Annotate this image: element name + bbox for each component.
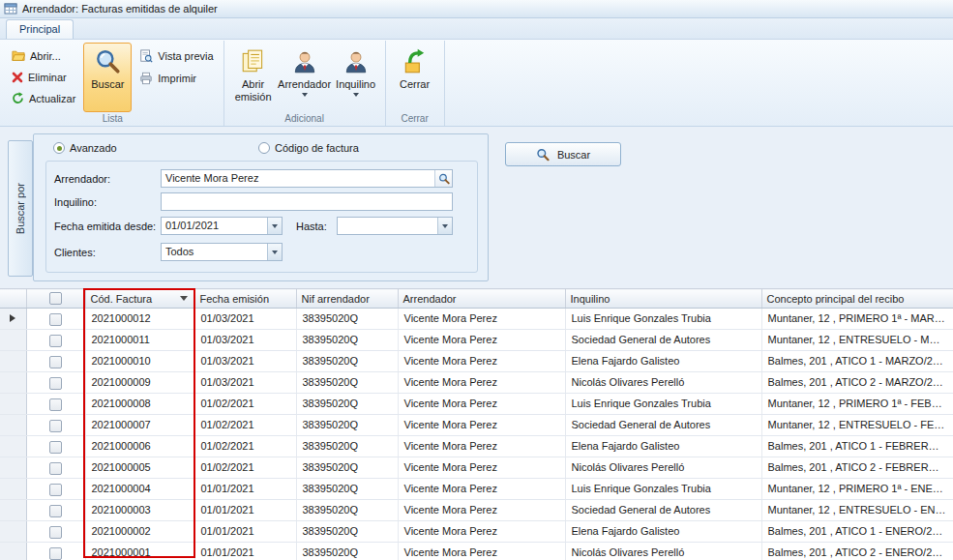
grid-cell-cod-factura[interactable]: 2021000011 — [85, 330, 194, 351]
table-row[interactable]: 202100000101/01/202138395020QVicente Mor… — [0, 543, 953, 560]
grid-cell-arrendador[interactable]: Vicente Mora Perez — [398, 309, 565, 330]
table-row[interactable]: 202100000301/01/202138395020QVicente Mor… — [0, 500, 953, 521]
grid-cell-arrendador[interactable]: Vicente Mora Perez — [398, 415, 565, 436]
column-header-inquilino[interactable]: Inquilino — [565, 289, 761, 309]
row-checkbox[interactable] — [49, 420, 62, 432]
grid-cell-nif-arrendador[interactable]: 38395020Q — [296, 436, 398, 457]
imprimir-button[interactable]: Imprimir — [134, 70, 218, 87]
select-all-checkbox[interactable] — [49, 292, 62, 305]
grid-cell-cod-factura[interactable]: 2021000002 — [85, 521, 194, 543]
grid-cell-nif-arrendador[interactable]: 38395020Q — [296, 543, 398, 560]
grid-cell-inquilino[interactable]: Sociedad General de Autores — [565, 330, 761, 351]
grid-cell-fecha-emision[interactable]: 01/03/2021 — [194, 351, 296, 372]
grid-cell-cod-factura[interactable]: 2021000006 — [85, 436, 194, 457]
grid-cell-concepto[interactable]: Balmes, 201 , ATICO 1 - MARZO/2021 — [761, 351, 953, 372]
grid-cell-fecha-emision[interactable]: 01/01/2021 — [194, 479, 296, 500]
arrendador-menu-button[interactable]: Arrendador — [281, 43, 329, 112]
inquilino-input[interactable] — [161, 192, 453, 211]
chevron-down-icon[interactable] — [267, 244, 282, 260]
grid-cell-inquilino[interactable]: Sociedad General de Autores — [565, 415, 761, 436]
table-row[interactable]: 202100001001/03/202138395020QVicente Mor… — [0, 351, 953, 372]
grid-cell-fecha-emision[interactable]: 01/02/2021 — [194, 415, 296, 436]
tab-principal[interactable]: Principal — [6, 19, 74, 39]
grid-cell-cod-factura[interactable]: 2021000005 — [85, 457, 194, 479]
grid-cell-nif-arrendador[interactable]: 38395020Q — [296, 521, 398, 543]
grid-cell-inquilino[interactable]: Sociedad General de Autores — [565, 500, 761, 521]
grid-cell-concepto[interactable]: Muntaner, 12 , ENTRESUELO - FEBRE... — [761, 415, 953, 436]
grid-cell-arrendador[interactable]: Vicente Mora Perez — [398, 457, 565, 479]
arrendador-input[interactable]: Vicente Mora Perez — [161, 169, 453, 188]
grid-cell-cod-factura[interactable]: 2021000007 — [85, 415, 194, 436]
cerrar-button[interactable]: Cerrar — [391, 43, 439, 112]
grid-cell-nif-arrendador[interactable]: 38395020Q — [296, 330, 398, 351]
grid-cell-inquilino[interactable]: Elena Fajardo Galisteo — [565, 521, 761, 543]
grid-cell-fecha-emision[interactable]: 01/02/2021 — [194, 436, 296, 457]
radio-avanzado[interactable]: Avanzado — [53, 142, 117, 154]
grid-cell-inquilino[interactable]: Nicolás Olivares Perelló — [565, 372, 761, 394]
grid-cell-concepto[interactable]: Balmes, 201 , ATICO 2 - MARZO/2021 — [761, 372, 953, 394]
grid-cell-fecha-emision[interactable]: 01/02/2021 — [194, 394, 296, 415]
table-row[interactable]: 202100000601/02/202138395020QVicente Mor… — [0, 436, 953, 457]
grid-cell-concepto[interactable]: Balmes, 201 , ATICO 1 - FEBRERO/20... — [761, 436, 953, 457]
grid-cell-inquilino[interactable]: Luis Enrique Gonzales Trubia — [565, 309, 761, 330]
grid-cell-concepto[interactable]: Balmes, 201 , ATICO 2 - ENERO/2021 — [761, 543, 953, 560]
grid-cell-nif-arrendador[interactable]: 38395020Q — [296, 372, 398, 394]
grid-cell-nif-arrendador[interactable]: 38395020Q — [296, 309, 398, 330]
actualizar-button[interactable]: Actualizar — [7, 90, 80, 106]
grid-cell-arrendador[interactable]: Vicente Mora Perez — [398, 394, 565, 415]
table-row[interactable]: 202100000501/02/202138395020QVicente Mor… — [0, 457, 953, 479]
eliminar-button[interactable]: Eliminar — [7, 70, 80, 85]
row-checkbox[interactable] — [49, 398, 62, 411]
grid-cell-concepto[interactable]: Muntaner, 12 , ENTRESUELO - ENER... — [761, 500, 953, 521]
grid-cell-fecha-emision[interactable]: 01/03/2021 — [194, 309, 296, 330]
grid-cell-nif-arrendador[interactable]: 38395020Q — [296, 394, 398, 415]
lookup-search-icon[interactable] — [434, 170, 452, 187]
grid-cell-inquilino[interactable]: Nicolás Olivares Perelló — [565, 543, 761, 560]
row-checkbox[interactable] — [49, 356, 62, 368]
chevron-down-icon[interactable] — [267, 218, 282, 234]
column-header-fecha-emision[interactable]: Fecha emisión — [194, 289, 296, 309]
grid-cell-fecha-emision[interactable]: 01/01/2021 — [194, 543, 296, 560]
table-row[interactable]: 202100001101/03/202138395020QVicente Mor… — [0, 330, 953, 351]
grid-cell-concepto[interactable]: Muntaner, 12 , ENTRESUELO - MARZ... — [761, 330, 953, 351]
table-row[interactable]: 202100001201/03/202138395020QVicente Mor… — [0, 309, 953, 330]
grid-cell-nif-arrendador[interactable]: 38395020Q — [296, 351, 398, 372]
fecha-desde-combo[interactable]: 01/01/2021 — [161, 217, 283, 235]
grid-cell-nif-arrendador[interactable]: 38395020Q — [296, 457, 398, 479]
grid-cell-nif-arrendador[interactable]: 38395020Q — [296, 415, 398, 436]
grid-cell-concepto[interactable]: Muntaner, 12 , PRIMERO 1ª - FEBRE... — [761, 394, 953, 415]
row-checkbox[interactable] — [49, 505, 62, 517]
grid-cell-cod-factura[interactable]: 2021000004 — [85, 479, 194, 500]
grid-cell-arrendador[interactable]: Vicente Mora Perez — [398, 351, 565, 372]
grid-cell-cod-factura[interactable]: 2021000009 — [85, 372, 194, 394]
grid-cell-cod-factura[interactable]: 2021000001 — [85, 543, 194, 560]
clientes-combo[interactable]: Todos — [161, 243, 283, 261]
chevron-down-icon[interactable] — [437, 218, 452, 234]
grid-cell-arrendador[interactable]: Vicente Mora Perez — [398, 372, 565, 394]
checkbox-column-header[interactable] — [26, 289, 85, 309]
row-checkbox[interactable] — [49, 547, 62, 560]
row-checkbox[interactable] — [49, 313, 62, 326]
grid-cell-cod-factura[interactable]: 2021000003 — [85, 500, 194, 521]
row-checkbox[interactable] — [49, 462, 62, 475]
grid-cell-inquilino[interactable]: Elena Fajardo Galisteo — [565, 351, 761, 372]
grid-cell-inquilino[interactable]: Elena Fajardo Galisteo — [565, 436, 761, 457]
grid-cell-arrendador[interactable]: Vicente Mora Perez — [398, 436, 565, 457]
grid-cell-cod-factura[interactable]: 2021000012 — [85, 309, 194, 330]
grid-cell-inquilino[interactable]: Luis Enrique Gonzales Trubia — [565, 394, 761, 415]
table-row[interactable]: 202100000801/02/202138395020QVicente Mor… — [0, 394, 953, 415]
grid-cell-concepto[interactable]: Muntaner, 12 , PRIMERO 1ª - MARZO... — [761, 309, 953, 330]
table-row[interactable]: 202100000901/03/202138395020QVicente Mor… — [0, 372, 953, 394]
grid-cell-cod-factura[interactable]: 2021000010 — [85, 351, 194, 372]
grid-cell-fecha-emision[interactable]: 01/02/2021 — [194, 457, 296, 479]
column-header-nif-arrendador[interactable]: Nif arrendador — [296, 289, 398, 309]
grid-cell-arrendador[interactable]: Vicente Mora Perez — [398, 543, 565, 560]
buscar-button[interactable]: Buscar — [505, 142, 621, 166]
column-header-arrendador[interactable]: Arrendador — [398, 289, 565, 309]
grid-cell-arrendador[interactable]: Vicente Mora Perez — [398, 500, 565, 521]
grid-cell-nif-arrendador[interactable]: 38395020Q — [296, 479, 398, 500]
vista-previa-button[interactable]: Vista previa — [134, 47, 218, 65]
grid-cell-fecha-emision[interactable]: 01/01/2021 — [194, 500, 296, 521]
row-checkbox[interactable] — [49, 484, 62, 496]
grid-cell-nif-arrendador[interactable]: 38395020Q — [296, 500, 398, 521]
